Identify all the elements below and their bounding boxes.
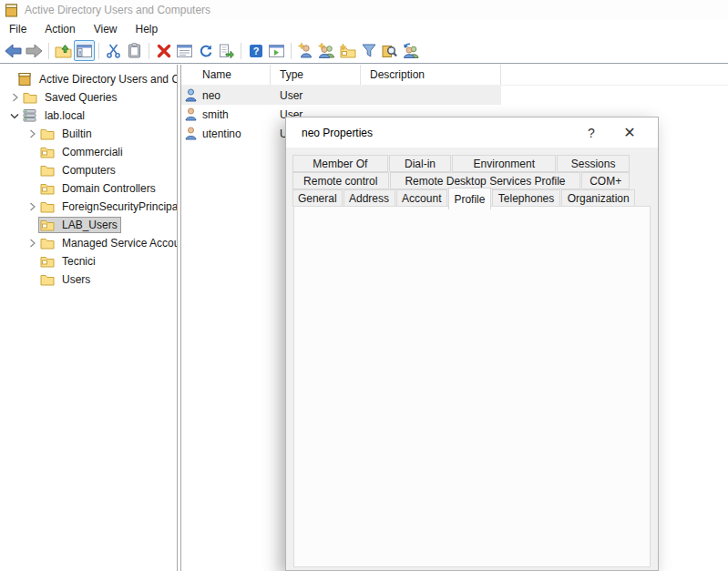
window-title: Active Directory Users and Computers [25, 4, 210, 16]
dialog-close-button[interactable]: ✕ [618, 124, 641, 141]
toolbar: ? [0, 38, 728, 64]
tree-item-tecnici[interactable]: Tecnici [0, 252, 177, 270]
tree-item-managed-service-accounts[interactable]: Managed Service Accounts [0, 234, 177, 252]
dialog-title-bar: neo Properties ? ✕ [286, 117, 658, 148]
find-icon[interactable] [379, 40, 400, 61]
domain-icon [22, 109, 37, 123]
tree-item-label: Saved Queries [42, 90, 119, 105]
chevron-right-icon[interactable] [25, 236, 39, 250]
menu-help[interactable]: Help [127, 21, 168, 37]
tab-dial-in[interactable]: Dial-in [389, 155, 452, 172]
chevron-right-icon[interactable] [7, 90, 22, 105]
tab-environment[interactable]: Environment [452, 155, 556, 172]
chevron-right-icon[interactable] [25, 199, 39, 214]
chevron-right-icon[interactable] [25, 127, 39, 141]
chevron-down-icon[interactable] [7, 108, 22, 123]
dialog-help-button[interactable]: ? [579, 126, 603, 140]
cell-type: User [271, 86, 361, 105]
export-list-icon[interactable] [216, 40, 237, 61]
new-group-icon[interactable] [316, 40, 337, 61]
tab-address[interactable]: Address [343, 189, 395, 207]
tree-item-label: Domain Controllers [59, 181, 159, 196]
add-to-group-icon[interactable] [400, 40, 421, 61]
tab-profile[interactable]: Profile [448, 188, 491, 209]
tree-item-computers[interactable]: Computers [0, 161, 177, 179]
show-console-tree-icon[interactable] [74, 40, 95, 61]
back-icon[interactable] [3, 40, 24, 61]
tree-item-lab-users[interactable]: LAB_Users [0, 216, 177, 234]
tree-item-saved-queries[interactable]: Saved Queries [0, 88, 177, 107]
tab-telephones[interactable]: Telephones [492, 189, 561, 207]
cell-description [361, 86, 501, 105]
dialog-title: neo Properties [302, 127, 579, 139]
tree-item-label: lab.local [42, 108, 87, 123]
column-header-description[interactable]: Description [361, 65, 501, 85]
properties-list-icon[interactable] [174, 40, 195, 61]
console-window-icon[interactable] [266, 40, 287, 61]
tree-item-label: LAB_Users [59, 218, 120, 232]
tree-item-builtin[interactable]: Builtin [0, 125, 177, 143]
profile-tab-page [293, 206, 651, 567]
tab-member-of[interactable]: Member Of [292, 155, 388, 172]
user-icon [185, 127, 198, 141]
tab-organization[interactable]: Organization [561, 189, 635, 207]
user-icon [185, 107, 198, 122]
tree-item-root[interactable]: Active Directory Users and Computers [0, 70, 177, 88]
list-header: Name Type Description [181, 65, 728, 86]
filter-icon[interactable] [358, 40, 379, 61]
tree-item-foreign-security-principals[interactable]: ForeignSecurityPrincipals [0, 198, 177, 216]
tab-sessions[interactable]: Sessions [557, 155, 630, 172]
tab-account[interactable]: Account [396, 189, 447, 207]
app-window: Active Directory Users and Computers Fil… [0, 0, 728, 571]
folder-icon [22, 91, 37, 105]
folder-icon [39, 127, 55, 141]
tree-item-label: Users [59, 272, 93, 287]
chevron-placeholder [2, 72, 16, 87]
folder-icon [39, 273, 55, 287]
cell-name: utentino [202, 127, 241, 140]
help-icon[interactable]: ? [245, 40, 266, 61]
svg-text:?: ? [252, 46, 259, 56]
toolbar-separator [241, 43, 241, 59]
toolbar-separator [149, 43, 149, 59]
tab-remote-control[interactable]: Remote control [292, 172, 389, 189]
menu-bar: File Action View Help [0, 20, 728, 38]
cell-name: neo [202, 89, 220, 102]
refresh-icon[interactable] [195, 40, 216, 61]
tree-item-users[interactable]: Users [0, 270, 177, 289]
list-row-neo[interactable]: neo User [181, 86, 501, 105]
title-bar: Active Directory Users and Computers [0, 0, 728, 20]
tab-com-plus[interactable]: COM+ [581, 172, 630, 189]
ou-folder-icon [39, 146, 55, 159]
tab-general[interactable]: General [292, 189, 343, 207]
menu-view[interactable]: View [85, 21, 127, 37]
tab-row-1: Member Of Dial-in Environment Sessions [292, 155, 630, 172]
delete-icon[interactable] [153, 40, 174, 61]
menu-action[interactable]: Action [36, 21, 84, 37]
user-icon [185, 88, 198, 103]
up-one-level-icon[interactable] [53, 40, 74, 61]
tree-item-label: Managed Service Accounts [59, 236, 178, 250]
column-header-name[interactable]: Name [181, 65, 271, 85]
cell-name: smith [202, 108, 229, 121]
new-organizational-unit-icon[interactable] [337, 40, 358, 61]
ou-folder-icon [39, 182, 55, 196]
menu-file[interactable]: File [0, 21, 36, 37]
folder-icon [39, 200, 55, 214]
tree-item-domain-controllers[interactable]: Domain Controllers [0, 179, 177, 198]
toolbar-separator [98, 43, 99, 59]
properties-dialog: neo Properties ? ✕ Member Of Dial-in Env… [285, 117, 659, 571]
cut-icon[interactable] [103, 40, 124, 61]
app-icon [5, 4, 18, 17]
toolbar-separator [291, 43, 292, 59]
forward-icon[interactable] [24, 40, 45, 61]
column-header-type[interactable]: Type [271, 65, 361, 85]
ou-folder-icon [39, 219, 55, 232]
tree-item-lab-local[interactable]: lab.local [0, 107, 177, 125]
tree-item-label: Active Directory Users and Computers [36, 72, 178, 87]
new-user-icon[interactable] [295, 40, 316, 61]
tree-item-label: ForeignSecurityPrincipals [59, 199, 178, 214]
paste-icon[interactable] [124, 40, 145, 61]
tree-item-commerciali[interactable]: Commerciali [0, 143, 177, 161]
console-root-icon [16, 73, 32, 87]
